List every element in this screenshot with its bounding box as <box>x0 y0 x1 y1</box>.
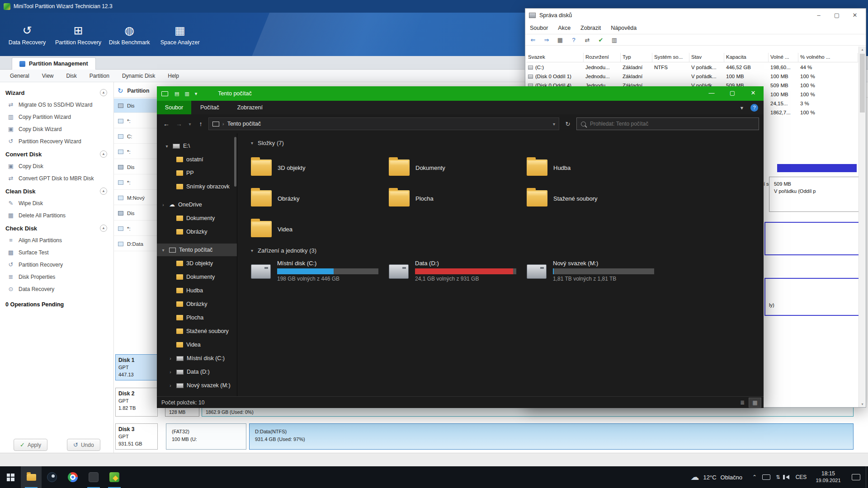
sidebar-item-align-all-partitions[interactable]: ≡Align All Partitions <box>0 234 113 246</box>
minitool-menu-item[interactable]: General <box>10 73 29 79</box>
taskbar-chrome[interactable] <box>62 466 83 488</box>
nav-item-drive-d[interactable]: ›Data (D:) <box>157 366 237 378</box>
breadcrumb[interactable]: Tento počítač <box>227 121 261 127</box>
collapse-chevron-icon[interactable]: ▲ <box>100 188 107 195</box>
nav-item-folder[interactable]: Videa <box>157 338 237 351</box>
vertical-scrollbar[interactable]: ▴ ▾ <box>859 47 866 407</box>
maximize-button[interactable]: ▢ <box>722 86 743 101</box>
nav-item-e-drive[interactable]: ▾E:\ <box>157 140 237 152</box>
refresh-icon[interactable]: ↻ <box>562 121 574 127</box>
help-icon[interactable]: ? <box>570 37 578 43</box>
nav-item-this-pc[interactable]: ▾Tento počítač <box>157 244 237 256</box>
volume-row[interactable]: (C:) Jednodu... Základní NTFS V pořádk..… <box>526 63 858 72</box>
folder-tile[interactable]: Obrázky <box>251 186 383 211</box>
folder-tile[interactable]: 3D objekty <box>251 155 383 180</box>
chevron-down-icon[interactable]: ▾ <box>164 144 170 149</box>
sidebar-section-check-disk[interactable]: Check Disk▲ <box>0 221 113 234</box>
sidebar-item-partition-recovery[interactable]: ↺Partition Recovery <box>0 258 113 271</box>
column-header[interactable]: Stav <box>689 53 724 62</box>
nav-scrollbar[interactable] <box>234 137 236 187</box>
details-view-button[interactable]: ≣ <box>736 398 748 407</box>
folder-tile[interactable]: Stažené soubory <box>527 186 659 211</box>
maximize-button[interactable]: ▢ <box>828 10 846 21</box>
minitool-menu-item[interactable]: View <box>42 73 54 79</box>
group-header-folders[interactable]: ▾ Složky (7) <box>251 140 284 146</box>
tab-partition-management[interactable]: Partition Management <box>12 57 96 70</box>
column-header[interactable]: Typ <box>621 53 652 62</box>
minitool-menu-item[interactable]: Disk <box>66 73 77 79</box>
back-button[interactable]: ← <box>161 120 171 127</box>
partition-recovery-button[interactable]: ⊞ Partition Recovery <box>55 23 101 46</box>
column-header[interactable]: % volného ... <box>798 53 858 62</box>
nav-item-folder[interactable]: ostatní <box>157 153 237 166</box>
chevron-right-icon[interactable]: › <box>160 202 166 207</box>
nav-item-folder[interactable]: Dokumenty <box>157 271 237 283</box>
drive-tile-d[interactable]: Data (D:) 24,1 GB volných z 931 GB <box>389 259 524 288</box>
undo-button[interactable]: ↺ Undo <box>67 439 100 451</box>
nav-item-drive-m[interactable]: ›Nový svazek (M:) <box>157 379 237 392</box>
sidebar-item-data-recovery[interactable]: ⊙Data Recovery <box>0 283 113 295</box>
address-field[interactable]: › Tento počítač ▾ <box>208 117 559 130</box>
column-header[interactable]: Systém so... <box>652 53 689 62</box>
volume-block[interactable] <box>764 222 859 255</box>
forward-button[interactable]: → <box>174 120 184 127</box>
scroll-down-icon[interactable]: ▾ <box>859 402 866 406</box>
properties-icon[interactable]: ▥ <box>610 37 618 43</box>
quick-access-icon[interactable]: ▤ <box>175 91 179 97</box>
sidebar-item-surface-test[interactable]: ▩Surface Test <box>0 246 113 258</box>
clock[interactable]: 18:15 19.09.2021 <box>809 470 847 484</box>
disk-benchmark-button[interactable]: ◍ Disk Benchmark <box>107 23 152 46</box>
close-button[interactable]: ✕ <box>846 10 864 21</box>
swap-icon[interactable]: ⇄ <box>583 37 591 43</box>
show-desktop-button[interactable] <box>866 466 868 488</box>
sidebar-item-wipe-disk[interactable]: ✎Wipe Disk <box>0 197 113 209</box>
column-header[interactable]: Kapacita <box>724 53 769 62</box>
nav-item-folder[interactable]: Obrázky <box>157 225 237 238</box>
taskbar-steam[interactable] <box>42 466 62 488</box>
disk-management-menu-item[interactable]: Soubor <box>530 25 548 31</box>
ribbon-expand-chevron-icon[interactable]: ▾ <box>741 104 743 111</box>
disk-management-menu-item[interactable]: Zobrazit <box>580 25 601 31</box>
close-button[interactable]: ✕ <box>743 86 764 101</box>
nav-item-folder[interactable]: Stažené soubory <box>157 325 237 338</box>
sidebar-item-copy-partition-wizard[interactable]: ▥Copy Partition Wizard <box>0 111 113 123</box>
back-icon[interactable]: ⇐ <box>529 37 537 43</box>
thumbnails-view-button[interactable]: ▦ <box>749 398 761 407</box>
chevron-right-icon[interactable]: › <box>168 383 173 388</box>
sidebar-item-copy-disk-wizard[interactable]: ▣Copy Disk Wizard <box>0 123 113 135</box>
touch-keyboard-icon[interactable] <box>762 474 770 480</box>
up-button[interactable]: ↑ <box>196 120 206 127</box>
language-indicator[interactable]: CES <box>793 474 809 480</box>
search-box[interactable] <box>576 117 759 130</box>
apply-button[interactable]: ✓ Apply <box>14 439 47 451</box>
sidebar-item-disk-properties[interactable]: ≣Disk Properties <box>0 271 113 283</box>
folder-tile[interactable]: Dokumenty <box>389 155 521 180</box>
nav-item-folder[interactable]: Snímky obrazovk <box>157 180 237 193</box>
volume-block-509mb[interactable]: 509 MB V pořádku (Oddíl p <box>769 177 859 212</box>
disk-3-partition-1[interactable]: (FAT32) 100 MB (U: <box>166 423 246 450</box>
ribbon-tab-file[interactable]: Soubor <box>157 101 191 114</box>
sidebar-item-convert-gpt-mbr[interactable]: ⇄Convert GPT Disk to MBR Disk <box>0 172 113 184</box>
scrollbar-thumb[interactable] <box>860 54 865 113</box>
disk-3-partition-2[interactable]: D:Data(NTFS) 931.4 GB (Used: 97%) <box>249 423 854 450</box>
volume-row[interactable]: (Disk 0 Oddíl 1) Jednodu... Základní V p… <box>526 72 858 81</box>
search-input[interactable] <box>590 121 755 127</box>
data-recovery-button[interactable]: ↺ Data Recovery <box>5 23 50 46</box>
scroll-up-icon[interactable]: ▴ <box>859 47 866 52</box>
taskbar-app[interactable] <box>83 466 104 488</box>
collapse-chevron-icon[interactable]: ▲ <box>100 89 107 96</box>
taskbar-minitool[interactable] <box>104 466 125 488</box>
folder-tile[interactable]: Videa <box>251 216 383 242</box>
column-header[interactable]: Rozvržení <box>584 53 621 62</box>
chevron-right-icon[interactable]: › <box>168 356 173 361</box>
sidebar-section-wizard[interactable]: Wizard▲ <box>0 86 113 99</box>
folder-tile[interactable]: Plocha <box>389 186 521 211</box>
quick-access-chevron-icon[interactable]: ▾ <box>195 91 198 97</box>
check-icon[interactable]: ✔ <box>597 37 605 43</box>
nav-item-onedrive[interactable]: ›☁OneDrive <box>157 198 237 211</box>
ribbon-tab-view[interactable]: Zobrazení <box>228 104 272 111</box>
group-header-devices[interactable]: ▾ Zařízení a jednotky (3) <box>251 247 316 254</box>
sidebar-item-copy-disk[interactable]: ▣Copy Disk <box>0 160 113 172</box>
collapse-chevron-icon[interactable]: ▲ <box>100 225 107 232</box>
disk-1-label[interactable]: Disk 1 GPT 447.13 <box>115 354 158 380</box>
